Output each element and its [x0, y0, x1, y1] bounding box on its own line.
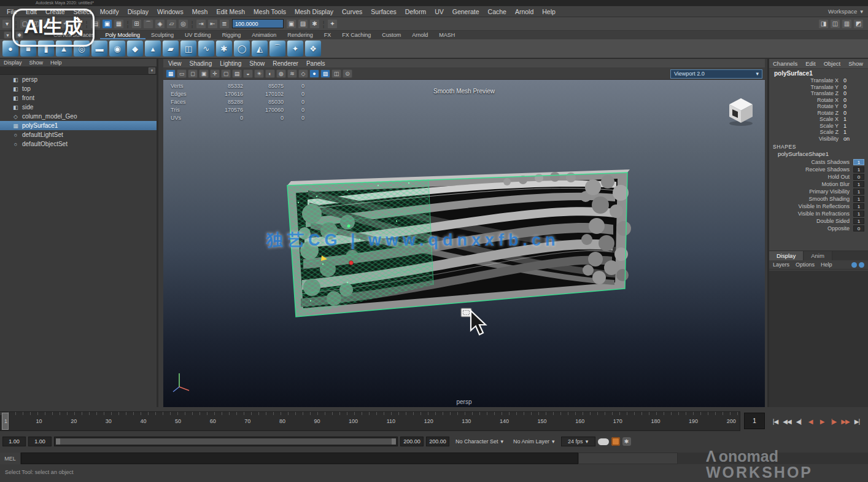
menu-item[interactable]: Edit Mesh — [212, 6, 249, 17]
menu-item[interactable]: Cache — [484, 6, 511, 17]
time-slider[interactable]: 1102030405060708090100110120130140150160… — [0, 411, 740, 431]
play-forwards-button[interactable]: ▶ — [816, 414, 827, 429]
snap-to-point-icon[interactable]: ◈ — [155, 19, 165, 29]
channel-value[interactable]: 0 — [843, 90, 868, 96]
shelf-tab[interactable]: Sculpting — [145, 31, 179, 39]
menu-item[interactable]: Mesh Tools — [249, 6, 290, 17]
render-stat-row[interactable]: Visible In Refractions 1 — [769, 210, 868, 217]
outliner-item[interactable]: ◧ persp — [0, 75, 157, 84]
channel-box-menu-item[interactable]: Show — [848, 60, 863, 67]
channel-box-menu-item[interactable]: Edit — [805, 60, 815, 67]
channel-box-toggle[interactable]: ▥ — [842, 19, 852, 29]
render-stat-value[interactable]: 0 — [853, 174, 864, 180]
view-cube[interactable] — [729, 98, 753, 126]
shelf-tab[interactable]: Poly Modeling — [100, 31, 146, 39]
snap-to-curve-icon[interactable]: ⌒ — [143, 19, 153, 29]
menu-item[interactable]: Deform — [401, 6, 430, 17]
pencil-curve-icon[interactable]: ❖ — [305, 41, 321, 56]
field-chart-icon[interactable]: ✛ — [210, 69, 220, 78]
viewport-menu-item[interactable]: Shading — [190, 60, 212, 67]
shelf-tab[interactable]: FX — [319, 31, 337, 39]
menu-item[interactable]: Help — [538, 6, 560, 17]
range-handle-right[interactable] — [392, 438, 396, 445]
renderer-dropdown[interactable]: Viewport 2.0 ▾ — [670, 69, 762, 79]
layer-editor-tab[interactable]: Anim — [804, 251, 832, 260]
poly-soccerball-icon[interactable]: ◯ — [234, 41, 250, 56]
render-stat-row[interactable]: Opposite 0 — [769, 225, 868, 232]
grid-toggle-icon[interactable]: ▦ — [166, 69, 176, 78]
layer-editor-tab[interactable]: Display — [769, 251, 804, 260]
safe-action-icon[interactable]: ▢ — [221, 69, 231, 78]
wireframe-mode-icon[interactable]: ◇ — [298, 69, 308, 78]
curve-ep-icon[interactable]: ✦ — [287, 41, 303, 56]
separator[interactable]: ¦ — [125, 19, 130, 29]
menu-item[interactable]: UV — [430, 6, 448, 17]
menu-item[interactable]: Generate — [448, 6, 484, 17]
mel-label[interactable]: MEL — [0, 453, 21, 464]
channel-row[interactable]: Scale Z 1 — [769, 129, 868, 136]
shelf-tab[interactable]: MASH — [433, 31, 460, 39]
range-handle-left[interactable] — [56, 438, 60, 445]
channel-row[interactable]: Translate X 0 — [769, 77, 868, 84]
new-layer-selected-icon[interactable] — [859, 262, 864, 268]
shape-node-name[interactable]: polySurfaceShape1 — [769, 150, 868, 158]
shelf-tab[interactable]: FX Caching — [336, 31, 376, 39]
go-to-start-button[interactable]: |◀ — [770, 414, 781, 429]
anim-end-field[interactable]: 200.00 — [426, 437, 449, 446]
snap-to-grid-icon[interactable]: ⊞ — [131, 19, 142, 29]
outliner-filter-field[interactable]: ▾ — [0, 67, 157, 75]
render-stat-value[interactable]: 1 — [853, 181, 864, 187]
render-stat-value[interactable]: 1 — [853, 218, 864, 224]
auto-keyframe-icon[interactable] — [611, 437, 620, 446]
xray-icon[interactable]: ◫ — [331, 69, 341, 78]
resolution-gate-icon[interactable]: ◻ — [188, 69, 198, 78]
render-stat-value[interactable]: 1 — [853, 203, 864, 209]
outliner-item[interactable]: ◧ top — [0, 84, 157, 93]
viewport-menu-item[interactable]: Renderer — [273, 60, 298, 67]
isolate-select-icon[interactable]: ⊙ — [343, 69, 352, 78]
filter-icon[interactable]: ▾ — [149, 68, 155, 74]
shelf-tab[interactable]: Custom — [376, 31, 406, 39]
render-stat-row[interactable]: Visible In Reflections 1 — [769, 203, 868, 210]
snap-to-plane-icon[interactable]: ▱ — [166, 19, 177, 29]
outliner-item[interactable]: ◧ front — [0, 93, 157, 103]
outliner-item[interactable]: ◧ side — [0, 103, 157, 112]
select-by-object-icon[interactable]: ▣ — [102, 19, 112, 29]
viewport-menu-item[interactable]: Lighting — [220, 60, 241, 67]
channel-value[interactable]: on — [843, 136, 868, 142]
poly-plane-icon[interactable]: ▬ — [91, 41, 107, 56]
outliner-menu-item[interactable]: Display — [4, 60, 22, 66]
safe-title-icon[interactable]: ▤ — [232, 69, 242, 78]
poly-prism-icon[interactable]: ▰ — [163, 41, 179, 56]
select-by-component-icon[interactable]: ▦ — [114, 19, 124, 29]
poly-disc-icon[interactable]: ◉ — [109, 41, 125, 56]
layer-menu-item[interactable]: Options — [796, 262, 815, 268]
poly-helix-icon[interactable]: ∿ — [198, 41, 214, 56]
shelf-tab[interactable]: Rendering — [282, 31, 319, 39]
render-settings-icon[interactable]: ✱ — [309, 19, 320, 29]
separator[interactable]: ¦ — [321, 19, 326, 29]
playback-end-field[interactable]: 200.00 — [400, 437, 424, 446]
command-input[interactable] — [21, 453, 578, 464]
shadows-icon[interactable]: ◐ — [265, 69, 275, 78]
render-stat-row[interactable]: Casts Shadows 1 — [769, 158, 868, 166]
channel-box-menu-item[interactable]: Channels — [773, 60, 797, 67]
range-slider-bar[interactable] — [56, 438, 396, 445]
scene-selector-dropdown[interactable]: ▾ — [2, 19, 12, 29]
viewport-menu-item[interactable]: Show — [249, 60, 265, 67]
playback-start-field[interactable]: 1.00 — [28, 437, 52, 446]
menu-item[interactable]: Mesh — [188, 6, 212, 17]
step-forward-key-button[interactable]: ▶▶ — [840, 414, 851, 429]
menu-item[interactable]: Display — [123, 6, 153, 17]
sound-mute-icon[interactable] — [598, 438, 609, 445]
anim-start-field[interactable]: 1.00 — [2, 437, 26, 446]
separator[interactable]: ¦ — [190, 19, 195, 29]
layer-menu-item[interactable]: Help — [821, 262, 832, 268]
ipr-render-icon[interactable]: ▨ — [298, 19, 308, 29]
channel-row[interactable]: Scale Y 1 — [769, 123, 868, 130]
poly-gear-icon[interactable]: ✱ — [216, 41, 232, 56]
outliner-item[interactable]: ○ defaultLightSet — [0, 130, 157, 139]
channel-value[interactable]: 1 — [843, 129, 868, 135]
poly-platonic-icon[interactable]: ◆ — [127, 41, 143, 56]
render-stat-row[interactable]: Receive Shadows 1 — [769, 166, 868, 173]
